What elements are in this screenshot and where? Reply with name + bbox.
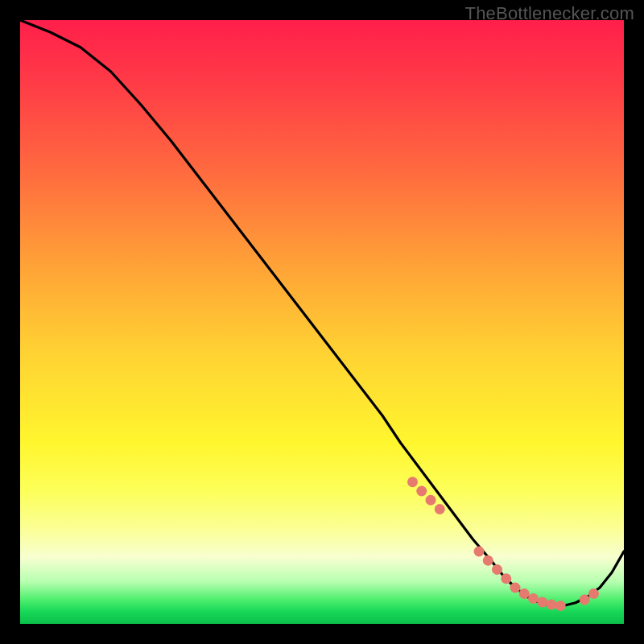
optimal-marker: [528, 593, 539, 604]
optimal-marker: [416, 486, 427, 497]
optimal-marker: [474, 547, 485, 557]
optimal-marker: [555, 601, 566, 611]
optimal-marker: [588, 588, 599, 599]
bottleneck-curve: [20, 20, 624, 606]
optimal-marker-group: [407, 477, 599, 611]
optimal-marker: [510, 583, 521, 593]
optimal-marker: [492, 564, 502, 575]
optimal-marker: [519, 588, 530, 599]
optimal-marker: [537, 597, 547, 608]
optimal-marker: [426, 495, 436, 506]
plot-area: [20, 20, 624, 624]
optimal-marker: [547, 600, 557, 610]
chart-svg: [20, 20, 624, 624]
chart-frame: TheBottlenecker.com: [0, 0, 644, 644]
optimal-marker: [407, 477, 418, 487]
optimal-marker: [501, 573, 511, 584]
optimal-marker: [483, 555, 493, 566]
optimal-marker: [435, 504, 445, 514]
optimal-marker: [580, 595, 590, 605]
